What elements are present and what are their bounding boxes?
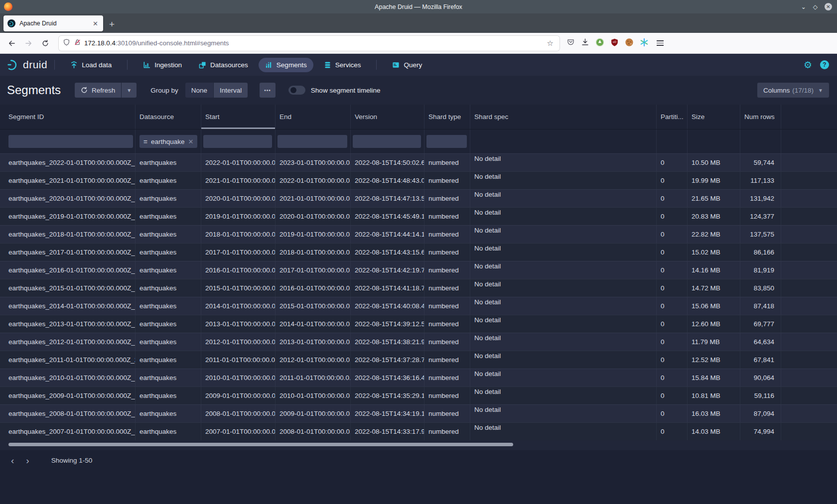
filter-input-start[interactable] <box>203 135 272 148</box>
col-header-end[interactable]: End <box>276 105 351 129</box>
col-header-partition[interactable]: Partiti... <box>657 105 688 129</box>
table-row[interactable]: earthquakes_2011-01-01T00:00:00.000Z_2..… <box>0 351 837 369</box>
cell-start: 2011-01-01T00:00:00.0... <box>201 351 276 369</box>
cell-segment-id: earthquakes_2016-01-01T00:00:00.000Z_2..… <box>0 261 136 279</box>
table-row[interactable]: earthquakes_2008-01-01T00:00:00.000Z_2..… <box>0 404 837 422</box>
nav-query[interactable]: Query <box>386 58 428 72</box>
table-row[interactable]: earthquakes_2012-01-01T00:00:00.000Z_2..… <box>0 333 837 351</box>
lock-broken-icon[interactable] <box>74 38 81 48</box>
window-minimize-icon[interactable]: ⌄ <box>801 3 806 10</box>
window-close-icon[interactable]: ✕ <box>825 3 832 10</box>
horizontal-scrollbar[interactable] <box>8 443 513 446</box>
col-header-size[interactable]: Size <box>688 105 740 129</box>
tab-close-icon[interactable]: ✕ <box>92 20 99 27</box>
nav-ingestion[interactable]: Ingestion <box>137 58 188 72</box>
cell-datasource: earthquakes <box>136 226 201 243</box>
table-row[interactable]: earthquakes_2010-01-01T00:00:00.000Z_2..… <box>0 369 837 386</box>
cell-start: 2013-01-01T00:00:00.0... <box>201 315 276 333</box>
table-row[interactable]: earthquakes_2016-01-01T00:00:00.000Z_2..… <box>0 261 837 279</box>
ublock-icon[interactable]: uO <box>610 38 619 49</box>
col-header-num-rows[interactable]: Num rows <box>740 105 781 129</box>
next-page-button[interactable]: › <box>20 456 35 465</box>
tab-apache-druid[interactable]: Apache Druid ✕ <box>3 15 103 31</box>
cell-filler <box>781 387 837 404</box>
cookie-icon[interactable] <box>625 38 634 49</box>
nav-services[interactable]: Services <box>317 58 368 72</box>
cell-segment-id: earthquakes_2019-01-01T00:00:00.000Z_2..… <box>0 208 136 225</box>
cell-start: 2014-01-01T00:00:00.0... <box>201 297 276 315</box>
new-tab-button[interactable]: + <box>109 19 115 29</box>
menu-icon[interactable] <box>657 40 664 46</box>
refresh-dropdown-button[interactable]: ▼ <box>122 83 137 98</box>
window-maximize-icon[interactable]: ◇ <box>813 3 818 10</box>
col-header-start[interactable]: Start <box>201 105 276 129</box>
filter-input-segment-id[interactable] <box>8 135 133 148</box>
cell-num-rows: 87,418 <box>740 297 781 315</box>
datasource-filter-chip[interactable]: = earthquake ✕ <box>140 135 197 148</box>
cell-num-rows: 83,850 <box>740 279 781 297</box>
cell-segment-id: earthquakes_2015-01-01T00:00:00.000Z_2..… <box>0 279 136 297</box>
previous-page-button[interactable]: ‹ <box>5 456 20 465</box>
refresh-button[interactable]: Refresh <box>75 83 121 98</box>
reload-button[interactable] <box>38 39 53 47</box>
columns-button[interactable]: Columns (17/18) ▼ <box>757 83 829 98</box>
back-button[interactable] <box>4 39 19 47</box>
cell-shard-type: numbered <box>424 154 470 171</box>
more-options-button[interactable]: ••• <box>260 83 276 98</box>
filter-input-end[interactable] <box>278 135 347 148</box>
cell-num-rows: 90,064 <box>740 369 781 386</box>
help-icon[interactable]: ? <box>820 60 829 69</box>
download-icon[interactable] <box>581 38 589 48</box>
table-row[interactable]: earthquakes_2018-01-01T00:00:00.000Z_2..… <box>0 225 837 243</box>
col-header-datasource[interactable]: Datasource <box>136 105 201 129</box>
cell-start: 2012-01-01T00:00:00.0... <box>201 333 276 351</box>
cell-partition: 0 <box>657 244 688 261</box>
settings-gear-icon[interactable]: ⚙ <box>804 60 812 70</box>
forward-button[interactable] <box>21 39 36 47</box>
cell-size: 12.60 MB <box>688 315 740 333</box>
url-bar[interactable]: 172.18.0.4:30109/unified-console.html#se… <box>59 36 559 51</box>
col-header-version[interactable]: Version <box>351 105 424 129</box>
cell-end: 2016-01-01T00:00:00.0... <box>276 279 351 297</box>
shield-icon[interactable] <box>63 38 70 48</box>
table-row[interactable]: earthquakes_2020-01-01T00:00:00.000Z_2..… <box>0 189 837 207</box>
nav-load-data[interactable]: Load data <box>64 58 118 72</box>
table-row[interactable]: earthquakes_2009-01-01T00:00:00.000Z_2..… <box>0 386 837 404</box>
group-by-interval-button[interactable]: Interval <box>214 83 248 98</box>
cell-shard-type: numbered <box>424 172 470 189</box>
privacy-badger-icon[interactable] <box>595 38 604 49</box>
filter-input-shard-type[interactable] <box>426 135 467 148</box>
pocket-icon[interactable] <box>566 38 575 48</box>
filter-input-version[interactable] <box>353 135 421 148</box>
cell-filler <box>781 244 837 261</box>
columns-label: Columns <box>763 87 790 94</box>
cell-end: 2023-01-01T00:00:00.0... <box>276 154 351 171</box>
url-text[interactable]: 172.18.0.4:30109/unified-console.html#se… <box>84 39 545 47</box>
nav-datasources[interactable]: Datasources <box>192 58 255 72</box>
group-by-none-button[interactable]: None <box>185 83 213 98</box>
table-row[interactable]: earthquakes_2013-01-01T00:00:00.000Z_2..… <box>0 315 837 333</box>
cell-size: 12.52 MB <box>688 351 740 369</box>
cell-version: 2022-08-15T14:34:19.1... <box>351 405 424 422</box>
col-header-shard-type[interactable]: Shard type <box>424 105 470 129</box>
table-row[interactable]: earthquakes_2021-01-01T00:00:00.000Z_2..… <box>0 171 837 189</box>
table-row[interactable]: earthquakes_2017-01-01T00:00:00.000Z_2..… <box>0 243 837 261</box>
cell-end: 2021-01-01T00:00:00.0... <box>276 190 351 207</box>
table-row[interactable]: earthquakes_2019-01-01T00:00:00.000Z_2..… <box>0 207 837 225</box>
table-row[interactable]: earthquakes_2015-01-01T00:00:00.000Z_2..… <box>0 279 837 297</box>
segment-timeline-toggle[interactable] <box>288 86 305 95</box>
cell-partition: 0 <box>657 387 688 404</box>
bookmark-star-icon[interactable]: ☆ <box>545 39 556 48</box>
col-header-segment-id[interactable]: Segment ID <box>0 105 136 129</box>
table-row[interactable]: earthquakes_2007-01-01T00:00:00.000Z_2..… <box>0 422 837 440</box>
cell-shard-spec: No detail <box>470 369 657 386</box>
asterisk-extension-icon[interactable] <box>640 38 649 49</box>
druid-logo[interactable]: druid <box>7 58 47 71</box>
remove-filter-icon[interactable]: ✕ <box>188 138 193 145</box>
cell-num-rows: 59,744 <box>740 154 781 171</box>
col-header-shard-spec[interactable]: Shard spec <box>470 105 657 129</box>
table-row[interactable]: earthquakes_2014-01-01T00:00:00.000Z_2..… <box>0 297 837 315</box>
cell-shard-type: numbered <box>424 387 470 404</box>
table-row[interactable]: earthquakes_2022-01-01T00:00:00.000Z_2..… <box>0 153 837 171</box>
nav-segments[interactable]: Segments <box>259 58 313 72</box>
